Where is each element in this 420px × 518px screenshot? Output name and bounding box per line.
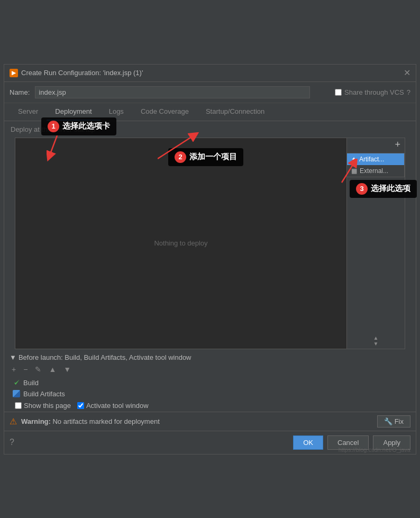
main-content: Deploy at the server startup Nothing to … [4, 121, 416, 454]
warning-icon: ⚠ [10, 416, 17, 426]
warning-text: Warning: No artifacts marked for deploym… [21, 417, 160, 425]
fix-label: Fix [395, 417, 404, 425]
share-checkbox[interactable] [335, 89, 342, 96]
before-launch-toolbar: + − ✎ ▲ ▼ [10, 365, 410, 374]
activate-tool-checkbox[interactable] [77, 402, 84, 409]
title-bar: ▶ Create Run Configuration: 'index.jsp (… [4, 65, 416, 82]
name-label: Name: [10, 88, 30, 96]
bubble-text-1: 选择此选项卡 [62, 121, 110, 131]
scroll-down-arrow[interactable]: ▼ [373, 341, 379, 347]
before-launch-title: Before launch: Build, Build Artifacts, A… [19, 353, 191, 361]
app-icon: ▶ [10, 69, 18, 77]
build-label: Build [23, 379, 39, 387]
dialog: ▶ Create Run Configuration: 'index.jsp (… [4, 64, 416, 455]
title-bar-left: ▶ Create Run Configuration: 'index.jsp (… [10, 69, 143, 77]
scroll-up-arrow[interactable]: ▲ [373, 335, 379, 341]
tab-server[interactable]: Server [10, 103, 47, 121]
dialog-title: Create Run Configuration: 'index.jsp (1)… [21, 69, 143, 77]
deploy-wrapper: Nothing to deploy + ✦ Artifact... ▦ Exte… [10, 138, 410, 349]
help-button[interactable]: ? [10, 438, 14, 447]
arrow-3 [339, 159, 360, 185]
fix-icon: 🔧 [384, 417, 392, 425]
svg-line-1 [158, 135, 195, 159]
add-deployment-button[interactable]: + [390, 138, 405, 151]
build-item[interactable]: Build [10, 377, 410, 388]
move-down-button[interactable]: ▼ [61, 365, 73, 374]
external-label: External... [360, 167, 388, 175]
scrollbar: ▲ ▼ [347, 333, 405, 349]
watermark: https://blog.csdn.net/O_java [339, 447, 410, 453]
svg-line-2 [342, 161, 355, 183]
build-artifacts-label: Build Artifacts [23, 390, 65, 398]
tab-startup-connection[interactable]: Startup/Connection [197, 103, 273, 121]
add-task-button[interactable]: + [10, 365, 18, 374]
name-row: Name: Share through VCS ? [4, 82, 416, 103]
show-page-label: Show this page [24, 402, 71, 410]
activate-tool-label: Activate tool window [86, 402, 149, 410]
build-artifacts-item[interactable]: Build Artifacts [10, 388, 410, 399]
close-button[interactable]: ✕ [404, 69, 410, 77]
share-label: Share through VCS [344, 88, 404, 96]
build-artifact-icon [13, 390, 20, 397]
warning-bar: ⚠ Warning: No artifacts marked for deplo… [4, 412, 416, 431]
before-launch-section: ▼ Before launch: Build, Build Artifacts,… [4, 349, 416, 412]
move-up-button[interactable]: ▲ [47, 365, 58, 374]
activate-tool-option: Activate tool window [77, 402, 149, 410]
options-row: Show this page Activate tool window [10, 399, 410, 412]
arrow-1 [47, 135, 73, 162]
help-icon[interactable]: ? [407, 88, 410, 96]
show-page-checkbox[interactable] [15, 402, 22, 409]
ok-button[interactable]: OK [293, 435, 323, 450]
show-page-option: Show this page [15, 402, 71, 410]
bubble-1: 1 选择此选项卡 [41, 117, 116, 135]
warning-message: No artifacts marked for deployment [52, 417, 159, 425]
build-icon [13, 379, 20, 386]
share-row: Share through VCS ? [335, 88, 410, 96]
svg-line-0 [49, 135, 57, 157]
warning-bold: Warning: [21, 417, 51, 425]
nothing-to-deploy: Nothing to deploy [154, 239, 207, 247]
fix-button[interactable]: 🔧 Fix [377, 415, 410, 428]
tab-code-coverage[interactable]: Code Coverage [132, 103, 197, 121]
remove-task-button[interactable]: − [21, 365, 30, 374]
name-input[interactable] [35, 86, 310, 98]
edit-task-button[interactable]: ✎ [33, 365, 43, 374]
arrow-2 [158, 132, 200, 164]
before-launch-header: ▼ Before launch: Build, Build Artifacts,… [10, 353, 410, 361]
collapse-icon[interactable]: ▼ [10, 353, 16, 361]
deploy-main: Nothing to deploy [15, 138, 346, 349]
bubble-num-1: 1 [48, 121, 59, 132]
artifact-label: Artifact... [359, 156, 384, 163]
bubble-text-3: 选择此选项 [371, 184, 410, 194]
